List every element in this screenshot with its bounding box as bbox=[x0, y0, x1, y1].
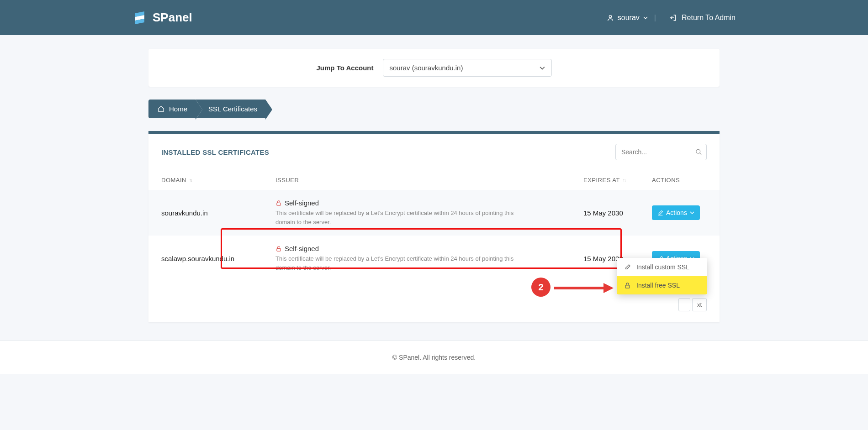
sort-icon: ↑↓ bbox=[623, 178, 625, 183]
col-issuer: ISSUER bbox=[275, 177, 583, 184]
actions-dropdown: Install custom SSL Install free SSL bbox=[617, 258, 707, 294]
unlock-icon bbox=[275, 200, 282, 206]
user-icon bbox=[607, 14, 614, 21]
home-icon bbox=[158, 105, 164, 112]
page-prev-fragment[interactable] bbox=[678, 298, 690, 311]
cell-domain: scalawp.souravkundu.in bbox=[161, 255, 275, 262]
cell-issuer: Self-signed This certificate will be rep… bbox=[275, 199, 583, 226]
annotation-arrow-icon bbox=[554, 282, 614, 294]
jump-to-account-card: Jump To Account sourav (souravkundu.in) bbox=[148, 49, 720, 87]
account-select[interactable]: sourav (souravkundu.in) bbox=[383, 59, 552, 77]
dropdown-install-free-ssl[interactable]: Install free SSL bbox=[617, 276, 707, 294]
search-icon bbox=[695, 149, 702, 156]
annotation-step-badge: 2 bbox=[531, 278, 550, 297]
svg-point-0 bbox=[609, 15, 611, 17]
ssl-panel: INSTALLED SSL CERTIFICATES DOMAIN↑↓ ISSU… bbox=[148, 131, 720, 322]
brand-logo[interactable]: SPanel bbox=[132, 10, 192, 25]
return-to-admin-link[interactable]: Return To Admin bbox=[669, 14, 736, 22]
col-actions: ACTIONS bbox=[652, 177, 707, 184]
account-selected: sourav (souravkundu.in) bbox=[390, 64, 463, 72]
spanel-logo-icon bbox=[132, 10, 147, 25]
svg-point-1 bbox=[696, 149, 700, 153]
svg-rect-2 bbox=[277, 203, 281, 205]
panel-title: INSTALLED SSL CERTIFICATES bbox=[161, 148, 269, 156]
unlock-icon bbox=[275, 246, 282, 252]
lock-icon bbox=[624, 282, 631, 289]
col-domain[interactable]: DOMAIN↑↓ bbox=[161, 177, 275, 184]
chevron-down-icon bbox=[643, 16, 648, 20]
breadcrumb-home[interactable]: Home bbox=[148, 100, 196, 118]
svg-rect-3 bbox=[277, 248, 281, 251]
cell-issuer: Self-signed This certificate will be rep… bbox=[275, 245, 583, 272]
footer: © SPanel. All rights reserved. bbox=[0, 341, 868, 374]
cell-expires: 15 May 2030 bbox=[583, 209, 652, 217]
breadcrumb: Home SSL Certificates bbox=[148, 100, 720, 118]
svg-marker-6 bbox=[603, 283, 614, 293]
jump-label: Jump To Account bbox=[317, 64, 374, 72]
user-menu[interactable]: sourav | bbox=[607, 14, 656, 22]
brand-name: SPanel bbox=[153, 10, 192, 25]
user-name: sourav bbox=[618, 14, 640, 22]
svg-rect-4 bbox=[625, 285, 630, 288]
pagination: xt bbox=[678, 298, 707, 311]
edit-icon bbox=[657, 210, 663, 216]
table-row: souravkundu.in Self-signed This certific… bbox=[148, 190, 720, 236]
exit-icon bbox=[669, 14, 677, 22]
top-header: SPanel sourav | Return To Admin bbox=[0, 0, 868, 35]
breadcrumb-current: SSL Certificates bbox=[196, 100, 265, 118]
col-expires[interactable]: EXPIRES AT↑↓ bbox=[583, 177, 652, 184]
chevron-down-icon bbox=[690, 210, 694, 215]
sort-icon: ↑↓ bbox=[189, 178, 192, 183]
chevron-down-icon bbox=[540, 65, 545, 71]
dropdown-install-custom-ssl[interactable]: Install custom SSL bbox=[617, 258, 707, 276]
page-next[interactable]: xt bbox=[692, 298, 707, 311]
search-input[interactable] bbox=[615, 144, 707, 160]
edit-icon bbox=[624, 264, 631, 271]
return-admin-label: Return To Admin bbox=[682, 14, 736, 22]
cell-domain: souravkundu.in bbox=[161, 209, 275, 217]
actions-button[interactable]: Actions bbox=[652, 205, 700, 220]
